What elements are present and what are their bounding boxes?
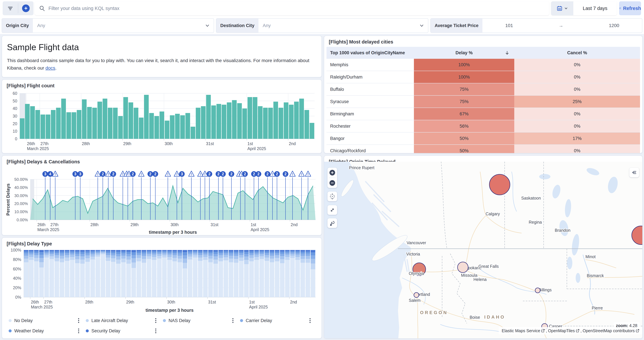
delay-type-segment[interactable] (60, 256, 64, 259)
delay-type-segment[interactable] (101, 250, 105, 250)
table-row[interactable]: Bangor50%17% (326, 133, 640, 145)
delay-type-segment[interactable] (132, 268, 136, 297)
delay-type-segment[interactable] (147, 259, 152, 297)
delay-percent-cell[interactable]: 100% (414, 59, 514, 71)
delay-bubble[interactable] (414, 292, 419, 297)
flight-count-bar[interactable] (206, 95, 211, 139)
flight-count-bar[interactable] (35, 110, 40, 139)
delay-type-segment[interactable] (75, 259, 80, 263)
destination-city-control[interactable]: Destination City Any (216, 18, 428, 33)
delay-type-segment[interactable] (239, 253, 244, 255)
delay-type-segment[interactable] (121, 251, 126, 253)
flight-count-bar[interactable] (113, 108, 118, 139)
delay-bubble[interactable] (458, 262, 468, 273)
delay-type-segment[interactable] (300, 256, 305, 259)
delay-type-segment[interactable] (270, 253, 274, 256)
flight-count-bar[interactable] (51, 110, 56, 139)
delay-type-segment[interactable] (290, 256, 295, 258)
city-cell[interactable]: Bangor (326, 136, 414, 141)
delay-type-segment[interactable] (172, 250, 177, 251)
delay-type-segment[interactable] (280, 256, 284, 259)
delay-type-segment[interactable] (157, 256, 162, 258)
delay-type-segment[interactable] (244, 252, 249, 254)
table-row[interactable]: Buffalo75%0% (326, 83, 640, 96)
delay-type-segment[interactable] (50, 256, 54, 259)
flight-count-bar[interactable] (149, 113, 154, 139)
delay-type-segment[interactable] (34, 261, 39, 297)
delay-type-segment[interactable] (24, 262, 28, 297)
delay-type-segment[interactable] (126, 252, 131, 254)
delay-type-segment[interactable] (285, 254, 290, 257)
date-range-display[interactable]: Last 7 days (573, 1, 617, 15)
delay-type-segment[interactable] (172, 261, 177, 297)
flight-count-bar[interactable] (284, 102, 288, 139)
flight-count-bar[interactable] (40, 115, 45, 139)
delay-type-segment[interactable] (264, 255, 269, 258)
delay-type-segment[interactable] (260, 250, 264, 251)
delay-type-segment[interactable] (39, 267, 44, 297)
delay-type-segment[interactable] (229, 251, 234, 253)
flight-count-bar[interactable] (268, 108, 273, 139)
delay-type-segment[interactable] (306, 253, 310, 256)
delay-type-segment[interactable] (39, 252, 44, 255)
delay-type-segment[interactable] (234, 259, 238, 263)
delay-type-segment[interactable] (50, 259, 54, 297)
delay-type-segment[interactable] (270, 250, 274, 251)
delay-type-segment[interactable] (270, 251, 274, 253)
delay-type-segment[interactable] (132, 263, 136, 268)
delay-type-segment[interactable] (157, 250, 162, 251)
delay-type-segment[interactable] (116, 250, 120, 252)
delay-type-segment[interactable] (234, 250, 238, 251)
legend-item-nas-delay[interactable]: NAS Delay (163, 315, 240, 326)
delay-type-segment[interactable] (116, 252, 120, 254)
delay-type-segment[interactable] (96, 250, 100, 251)
table-row[interactable]: Raleigh/Durham100%0% (326, 71, 640, 83)
table-row[interactable]: Birmingham67%0% (326, 108, 640, 120)
delay-type-segment[interactable] (244, 250, 249, 252)
delay-type-segment[interactable] (249, 251, 254, 253)
delay-type-segment[interactable] (188, 251, 192, 253)
delay-type-segment[interactable] (126, 260, 131, 264)
flight-count-bar[interactable] (227, 102, 232, 139)
flight-count-bar[interactable] (160, 112, 164, 139)
delay-type-segment[interactable] (193, 253, 198, 255)
delay-type-segment[interactable] (178, 262, 182, 297)
legend-item-carrier-delay[interactable]: Carrier Delay (240, 315, 317, 326)
delay-type-segment[interactable] (106, 258, 110, 261)
delay-type-segment[interactable] (96, 252, 100, 253)
delay-type-segment[interactable] (198, 258, 202, 261)
delay-type-segment[interactable] (54, 261, 59, 297)
delay-type-segment[interactable] (218, 258, 223, 261)
flight-count-bar[interactable] (123, 97, 128, 139)
delays-chart[interactable]: 0.00%10.00%20.00%30.00%40.00%50.00%34!33… (5, 166, 319, 235)
delay-type-segment[interactable] (193, 250, 198, 251)
delay-type-segment[interactable] (295, 253, 300, 255)
delays-area[interactable] (30, 186, 316, 220)
delay-type-segment[interactable] (34, 250, 39, 251)
city-cell[interactable]: Birmingham (326, 111, 414, 117)
delay-type-segment[interactable] (295, 250, 300, 251)
delay-bubble[interactable] (535, 288, 540, 293)
delay-type-segment[interactable] (152, 254, 156, 257)
delay-type-segment[interactable] (311, 269, 315, 297)
delay-type-segment[interactable] (275, 251, 279, 253)
table-row[interactable]: Rochester56%0% (326, 120, 640, 133)
delay-type-segment[interactable] (60, 253, 64, 256)
delay-type-segment[interactable] (306, 256, 310, 259)
city-cell[interactable]: Memphis (326, 62, 414, 67)
delay-type-segment[interactable] (44, 251, 49, 252)
delay-type-segment[interactable] (34, 255, 39, 258)
city-cell[interactable]: Chicago/Rockford (326, 148, 414, 153)
delay-type-segment[interactable] (290, 252, 295, 254)
delay-type-segment[interactable] (295, 254, 300, 257)
delay-type-segment[interactable] (132, 258, 136, 263)
legend-options-icon[interactable] (310, 318, 310, 323)
delay-type-segment[interactable] (29, 257, 34, 260)
delay-type-segment[interactable] (111, 253, 116, 255)
delay-type-segment[interactable] (178, 251, 182, 253)
delay-type-segment[interactable] (65, 258, 70, 261)
delay-type-segment[interactable] (126, 254, 131, 256)
delay-type-segment[interactable] (136, 250, 141, 251)
flight-count-bar[interactable] (175, 114, 180, 139)
delay-percent-cell[interactable]: 75% (414, 96, 514, 108)
